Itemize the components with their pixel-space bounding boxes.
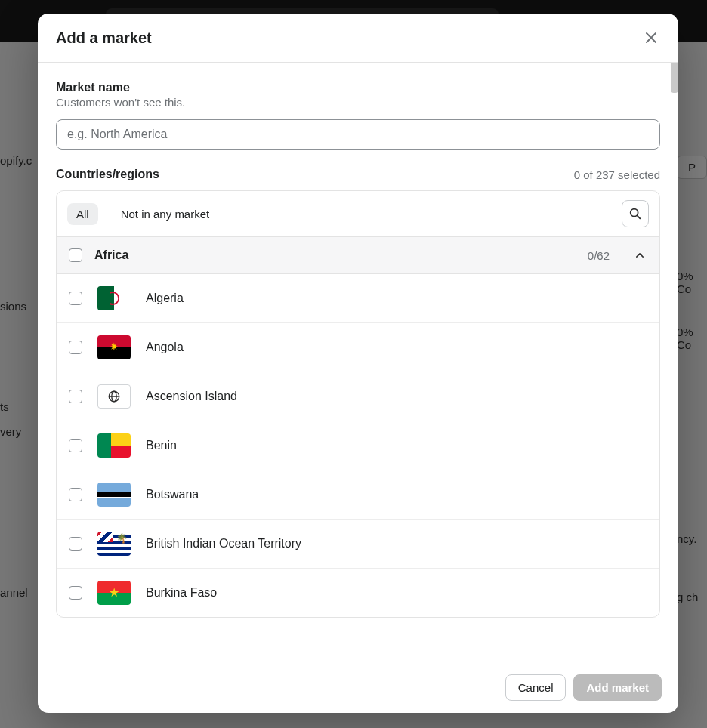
country-checkbox[interactable]: [69, 537, 82, 551]
country-search-button[interactable]: [622, 200, 649, 227]
country-name: Benin: [146, 439, 177, 452]
chevron-up-icon: [634, 250, 645, 261]
country-row-benin[interactable]: Benin: [57, 421, 659, 470]
country-row-algeria[interactable]: Algeria: [57, 274, 659, 323]
collapse-button[interactable]: [632, 248, 647, 263]
close-icon: [644, 30, 659, 45]
country-checkbox[interactable]: [69, 292, 82, 305]
country-checkbox[interactable]: [69, 488, 82, 501]
countries-card: All Not in any market Africa 0/62 Alge: [56, 190, 660, 618]
country-checkbox[interactable]: [69, 586, 82, 600]
modal-footer: Cancel Add market: [38, 662, 678, 713]
country-row-botswana[interactable]: Botswana: [57, 470, 659, 520]
continent-count: 0/62: [588, 249, 610, 262]
tab-all[interactable]: All: [67, 203, 98, 225]
country-name: Botswana: [146, 488, 199, 501]
country-row-angola[interactable]: Angola: [57, 323, 659, 372]
continent-name: Africa: [94, 248, 576, 262]
flag-benin: [97, 433, 131, 458]
svg-line-5: [638, 216, 641, 219]
tab-not-in-market[interactable]: Not in any market: [112, 203, 219, 225]
continent-header-africa[interactable]: Africa 0/62: [57, 237, 659, 274]
country-checkbox[interactable]: [69, 390, 82, 403]
country-name: Ascension Island: [146, 390, 237, 403]
countries-selected-count: 0 of 237 selected: [574, 168, 660, 181]
flag-biot: [97, 532, 131, 556]
add-market-modal: Add a market Market name Customers won't…: [38, 14, 678, 713]
continent-checkbox[interactable]: [69, 248, 82, 262]
country-checkbox[interactable]: [69, 439, 82, 452]
market-name-help: Customers won't see this.: [56, 96, 660, 109]
modal-title: Add a market: [56, 29, 152, 47]
close-button[interactable]: [642, 29, 660, 47]
scrollbar[interactable]: [671, 63, 678, 93]
country-list: Algeria Angola Ascension Island: [57, 274, 659, 617]
search-icon: [628, 207, 642, 221]
country-row-burkina-faso[interactable]: Burkina Faso: [57, 569, 659, 617]
country-row-biot[interactable]: British Indian Ocean Territory: [57, 520, 659, 569]
add-market-button[interactable]: Add market: [573, 674, 662, 701]
country-name: Burkina Faso: [146, 586, 217, 600]
flag-ascension: [97, 384, 131, 409]
country-checkbox[interactable]: [69, 341, 82, 354]
flag-angola: [97, 335, 131, 359]
country-name: Angola: [146, 341, 184, 354]
modal-header: Add a market: [38, 14, 678, 63]
countries-label: Countries/regions: [56, 168, 159, 181]
country-name: Algeria: [146, 292, 184, 305]
flag-algeria: [97, 286, 131, 310]
flag-burkina-faso: [97, 581, 131, 605]
globe-icon: [107, 390, 121, 403]
country-row-ascension[interactable]: Ascension Island: [57, 372, 659, 421]
market-name-label: Market name: [56, 81, 660, 94]
country-name: British Indian Ocean Territory: [146, 537, 301, 551]
cancel-button[interactable]: Cancel: [505, 674, 567, 701]
flag-botswana: [97, 483, 131, 507]
modal-body: Market name Customers won't see this. Co…: [38, 63, 678, 662]
market-name-input[interactable]: [56, 119, 660, 150]
countries-filter-tabs: All Not in any market: [57, 191, 659, 237]
